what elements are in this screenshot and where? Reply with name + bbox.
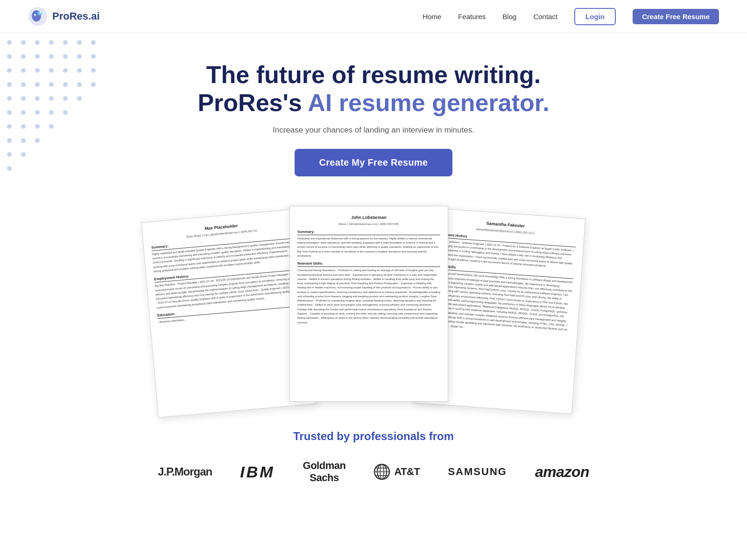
brand-ibm: IBM (240, 463, 275, 481)
resume-center-contact: Maine | John@lobsterman.com | (606) 555-… (297, 222, 440, 226)
svg-point-12 (7, 54, 12, 59)
svg-point-10 (77, 40, 82, 45)
svg-point-53 (7, 166, 12, 171)
svg-point-16 (63, 54, 68, 59)
svg-point-51 (7, 152, 12, 157)
nav-links: Home Features Blog Contact Login Create … (423, 8, 719, 25)
svg-point-4 (34, 14, 36, 16)
resume-card-center: John Lobsterman Maine | John@lobsterman.… (289, 206, 448, 402)
svg-point-13 (21, 54, 26, 59)
resume-center-name: John Lobsterman (297, 215, 440, 221)
brand-samsung: SAMSUNG (448, 466, 507, 478)
ibm-text: IBM (240, 463, 275, 481)
brand-amazon: amazon (535, 463, 589, 481)
resume-right-relevant: Software Design and Development Life-cyc… (427, 271, 573, 337)
resume-center-relevant-title: Relevant Skills: (297, 261, 440, 267)
brand-goldman: GoldmanSachs (303, 460, 346, 484)
nav-features[interactable]: Features (458, 13, 486, 21)
svg-point-5 (7, 40, 12, 45)
svg-point-3 (40, 11, 42, 13)
hero-title-line2: ProRes's AI resume generator. (9, 89, 738, 117)
hero-subtitle: Increase your chances of landing an inte… (9, 126, 738, 135)
trusted-section: Trusted by professionals from J.P.Morgan… (0, 411, 747, 498)
navbar: ProRes.ai Home Features Blog Contact Log… (0, 0, 747, 33)
logo-icon (28, 7, 48, 26)
svg-point-2 (37, 11, 42, 15)
nav-blog[interactable]: Blog (502, 13, 516, 21)
svg-point-52 (21, 152, 26, 157)
login-button[interactable]: Login (574, 8, 616, 25)
svg-point-17 (77, 54, 82, 59)
svg-point-7 (35, 40, 40, 45)
hero-title-accent: AI resume generator. (308, 89, 549, 116)
jpmorgan-text: J.P.Morgan (158, 465, 212, 478)
svg-point-15 (49, 54, 54, 59)
amazon-text: amazon (535, 463, 589, 481)
svg-point-50 (35, 138, 40, 143)
hero-title-plain: ProRes's (197, 89, 308, 116)
create-resume-nav-button[interactable]: Create Free Resume (633, 9, 719, 24)
svg-point-18 (91, 54, 96, 59)
nav-contact[interactable]: Contact (533, 13, 557, 21)
svg-point-11 (91, 40, 96, 45)
goldman-text: GoldmanSachs (303, 460, 346, 484)
logos-row: J.P.Morgan IBM GoldmanSachs AT&T SAMSUNG… (19, 460, 728, 484)
trusted-title: Trusted by professionals from (19, 430, 728, 443)
svg-point-14 (35, 54, 40, 59)
resume-center-relevant: Commercial Fishing Operations: - Profici… (297, 268, 440, 324)
att-icon (374, 463, 390, 480)
create-resume-cta-button[interactable]: Create My Free Resume (295, 149, 452, 176)
svg-point-8 (49, 40, 54, 45)
resume-center-summary-title: Summary: (297, 229, 440, 235)
svg-point-48 (7, 138, 12, 143)
hero-section: // This won't execute inside SVG, so we … (0, 33, 747, 210)
nav-home[interactable]: Home (423, 13, 441, 21)
brand-att: AT&T (374, 463, 420, 480)
svg-point-9 (63, 40, 68, 45)
samsung-text: SAMSUNG (448, 466, 507, 478)
logo-text: ProRes.ai (52, 10, 100, 22)
logo: ProRes.ai (28, 7, 100, 26)
resume-center-summary: Dedicated and experienced fisherman with… (297, 237, 440, 258)
svg-point-6 (21, 40, 26, 45)
resume-cards-section: Max Placeholder Easy Street | max_placeh… (0, 206, 747, 411)
att-text: AT&T (394, 466, 420, 478)
brand-jpmorgan: J.P.Morgan (158, 465, 212, 478)
hero-title-line1: The future of resume writing. (9, 61, 738, 89)
svg-point-49 (21, 138, 26, 143)
